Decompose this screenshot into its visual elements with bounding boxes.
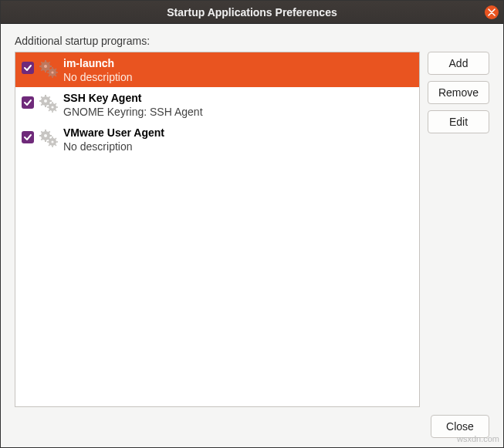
svg-rect-53 bbox=[47, 141, 49, 143]
window-close-button[interactable] bbox=[485, 5, 499, 19]
side-button-group: Add Remove Edit bbox=[428, 52, 489, 407]
enable-checkbox[interactable] bbox=[22, 96, 34, 109]
startup-program-list[interactable]: im-launchNo description SSH Key AgentGNO… bbox=[15, 52, 420, 407]
footer: Close bbox=[15, 415, 489, 438]
window-body: Additional startup programs: im-launchNo… bbox=[1, 24, 503, 447]
enable-checkbox[interactable] bbox=[22, 62, 34, 74]
main-row: im-launchNo description SSH Key AgentGNO… bbox=[15, 52, 489, 407]
svg-rect-22 bbox=[45, 105, 46, 107]
svg-rect-21 bbox=[45, 95, 46, 97]
svg-rect-1 bbox=[45, 60, 46, 62]
svg-rect-4 bbox=[49, 66, 52, 67]
item-description: No description bbox=[63, 140, 164, 154]
list-item[interactable]: VMware User AgentNo description bbox=[15, 122, 419, 157]
svg-rect-52 bbox=[52, 146, 53, 148]
gear-icon bbox=[39, 128, 59, 148]
svg-point-59 bbox=[51, 140, 53, 143]
list-item[interactable]: im-launchNo description bbox=[15, 52, 419, 87]
svg-rect-12 bbox=[52, 76, 53, 79]
remove-button[interactable]: Remove bbox=[428, 81, 489, 104]
gear-icon bbox=[39, 93, 59, 113]
window-title: Startup Applications Preferences bbox=[167, 6, 337, 19]
svg-rect-41 bbox=[45, 130, 46, 132]
svg-point-39 bbox=[51, 106, 53, 108]
svg-rect-31 bbox=[52, 102, 53, 104]
gear-icon bbox=[39, 59, 59, 79]
svg-rect-33 bbox=[47, 106, 49, 108]
enable-checkbox[interactable] bbox=[22, 131, 34, 143]
item-name: SSH Key Agent bbox=[63, 92, 203, 106]
item-description: No description bbox=[63, 71, 133, 85]
svg-rect-24 bbox=[49, 100, 52, 102]
item-text-group: VMware User AgentNo description bbox=[63, 126, 164, 153]
svg-rect-2 bbox=[45, 70, 46, 72]
edit-button[interactable]: Edit bbox=[428, 110, 489, 133]
svg-rect-34 bbox=[56, 106, 59, 108]
item-name: im-launch bbox=[63, 57, 133, 71]
svg-rect-51 bbox=[52, 136, 53, 139]
svg-rect-42 bbox=[45, 140, 46, 142]
add-button[interactable]: Add bbox=[428, 52, 489, 75]
section-label: Additional startup programs: bbox=[15, 35, 489, 47]
svg-rect-13 bbox=[47, 72, 49, 73]
svg-rect-23 bbox=[39, 100, 42, 102]
svg-rect-43 bbox=[39, 135, 42, 136]
svg-point-49 bbox=[44, 134, 47, 137]
svg-point-29 bbox=[44, 99, 47, 103]
item-description: GNOME Keyring: SSH Agent bbox=[63, 106, 203, 120]
svg-rect-3 bbox=[39, 66, 42, 67]
close-icon bbox=[488, 6, 496, 19]
item-text-group: SSH Key AgentGNOME Keyring: SSH Agent bbox=[63, 92, 203, 119]
svg-rect-14 bbox=[56, 72, 59, 73]
item-text-group: im-launchNo description bbox=[63, 57, 133, 84]
svg-point-9 bbox=[44, 65, 47, 68]
list-item[interactable]: SSH Key AgentGNOME Keyring: SSH Agent bbox=[15, 87, 419, 122]
svg-rect-11 bbox=[52, 67, 53, 69]
svg-rect-32 bbox=[52, 111, 53, 113]
item-name: VMware User Agent bbox=[63, 126, 164, 140]
svg-rect-44 bbox=[49, 135, 52, 136]
titlebar: Startup Applications Preferences bbox=[1, 1, 503, 24]
svg-rect-54 bbox=[56, 141, 59, 143]
svg-point-19 bbox=[51, 71, 53, 73]
close-button[interactable]: Close bbox=[431, 415, 489, 438]
